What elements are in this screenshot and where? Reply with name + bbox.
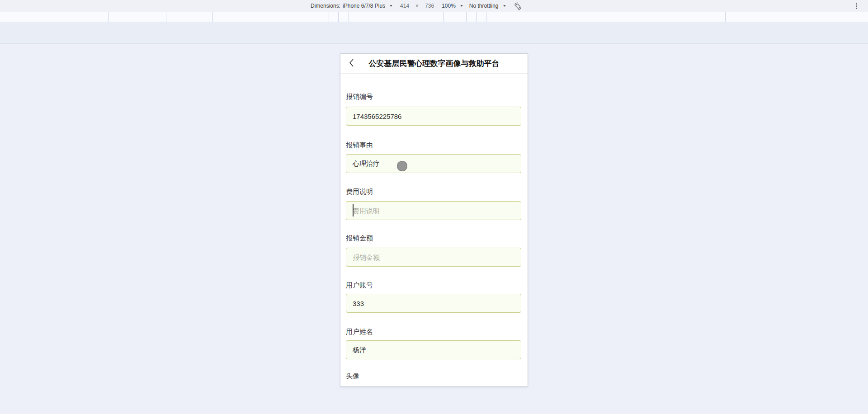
chevron-down-icon [503,5,506,7]
reimburse-reason-input[interactable] [346,154,521,173]
zoom-select-value[interactable]: 100% [442,3,456,9]
viewport-size-controls: 414 × 736 [399,3,435,9]
reimburse-amount-input[interactable] [346,248,521,267]
zoom-selector[interactable]: 100% [442,3,463,9]
ruler-separator [166,12,166,22]
field-label-reimburse-amount: 报销金额 [346,234,373,242]
back-button[interactable] [347,59,356,68]
dimensions-label: Dimensions: [311,3,340,9]
chevron-down-icon [390,5,392,7]
field-label-reimburse-reason: 报销事由 [346,141,373,149]
field-label-fee-description: 费用说明 [346,188,373,196]
page-title: 公安基层民警心理数字画像与救助平台 [340,54,528,74]
reimburse-no-input[interactable] [346,107,521,126]
ruler-separator [212,12,213,22]
throttling-select-value[interactable]: No throttling [469,3,499,9]
ruler-separator [486,12,486,22]
field-label-avatar: 头像 [346,372,359,380]
user-account-input[interactable] [346,294,521,313]
ruler-separator [601,12,601,22]
chevron-left-icon [349,58,354,69]
ruler-separator [349,12,349,22]
ruler-separator [466,12,467,22]
app-header: 公安基层民警心理数字画像与救助平台 [340,54,528,74]
user-name-input[interactable] [346,340,521,359]
device-viewport: 公安基层民警心理数字画像与救助平台 报销编号 报销事由 费用说明 报销金额 用户… [340,54,528,386]
vertical-dots-menu-icon[interactable] [853,2,860,9]
viewport-height-input[interactable]: 736 [424,3,435,9]
device-select-value[interactable]: iPhone 6/7/8 Plus [343,3,385,9]
viewport-width-input[interactable]: 414 [399,3,410,9]
ruler-row [0,12,868,22]
field-label-reimburse-no: 报销编号 [346,93,373,101]
screen-rotation-icon[interactable] [513,1,523,11]
top-band [0,22,868,44]
fee-description-input[interactable] [346,201,521,220]
multiply-sign: × [413,3,421,9]
throttling-selector[interactable]: No throttling [469,3,506,9]
ruler-separator [338,12,339,22]
toolbar-content: Dimensions: iPhone 6/7/8 Plus 414 × 736 … [311,0,523,12]
ruler-separator [649,12,649,22]
emulation-stage: 公安基层民警心理数字画像与救助平台 报销编号 报销事由 费用说明 报销金额 用户… [0,44,868,414]
text-caret [353,204,354,216]
ruler-separator [725,12,726,22]
field-label-user-name: 用户姓名 [346,328,373,336]
ruler-separator [329,12,329,22]
ruler-separator [443,12,443,22]
ruler-separator [476,12,476,22]
ruler-separator [108,12,109,22]
devtools-device-toolbar: Dimensions: iPhone 6/7/8 Plus 414 × 736 … [0,0,868,12]
device-selector[interactable]: Dimensions: iPhone 6/7/8 Plus [311,3,392,9]
field-label-user-account: 用户账号 [346,281,373,289]
chevron-down-icon [460,5,463,7]
